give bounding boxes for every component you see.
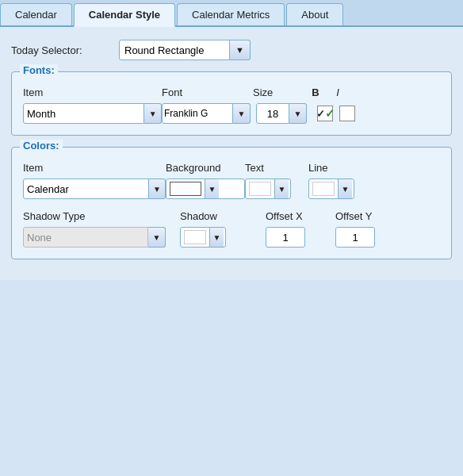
background-color-arrow[interactable]: ▼ — [205, 179, 219, 198]
fonts-font-select[interactable]: Franklin G Arial Times New Roman Calibri — [162, 103, 233, 124]
colors-item-arrow[interactable]: ▼ — [149, 178, 166, 199]
fonts-control-row: Month Day Year Header Event ▼ Franklin G… — [23, 103, 440, 124]
fonts-italic-cell — [336, 106, 358, 121]
fonts-col-size-header: Size — [253, 86, 304, 98]
dropdown-arrow-icon: ▼ — [278, 185, 286, 194]
fonts-col-item-header: Item — [23, 86, 162, 98]
fonts-legend: Fonts: — [20, 64, 58, 76]
shadow-color-arrow[interactable]: ▼ — [209, 228, 224, 247]
shadow-type-select[interactable]: None Drop Shadow Inner Shadow — [23, 227, 148, 248]
dropdown-arrow-icon: ▼ — [342, 185, 350, 194]
shadow-col-label: Shadow — [180, 210, 251, 222]
colors-legend: Colors: — [20, 140, 63, 152]
offset-y-col-label: Offset Y — [335, 210, 391, 222]
text-color-picker: ▼ — [245, 178, 308, 199]
dropdown-arrow-icon: ▼ — [235, 45, 244, 55]
fonts-font-dropdown: Franklin G Arial Times New Roman Calibri… — [162, 103, 253, 124]
colors-col-bg-header: Background — [166, 162, 245, 174]
fonts-bold-cell: ✓ — [314, 106, 336, 121]
shadow-type-arrow[interactable]: ▼ — [148, 227, 166, 248]
dropdown-arrow-icon: ▼ — [153, 185, 161, 194]
offset-y-control — [335, 227, 391, 248]
colors-section: Colors: Item Background Text Line Calend… — [11, 147, 452, 259]
offset-x-col-label: Offset X — [266, 210, 321, 222]
fonts-item-select[interactable]: Month Day Year Header Event — [23, 103, 144, 124]
dropdown-arrow-icon: ▼ — [238, 109, 246, 118]
tab-calendar-style[interactable]: Calendar Style — [74, 3, 175, 27]
dropdown-arrow-icon: ▼ — [209, 185, 216, 194]
fonts-col-font-header: Font — [162, 86, 253, 98]
background-color-picker: ▼ — [166, 178, 245, 199]
line-color-arrow[interactable]: ▼ — [338, 179, 352, 198]
line-color-picker: ▼ — [308, 178, 372, 199]
shadow-type-dropdown: None Drop Shadow Inner Shadow ▼ — [23, 227, 166, 248]
bold-checkbox[interactable]: ✓ — [317, 106, 333, 121]
tab-calendar[interactable]: Calendar — [0, 3, 72, 25]
dropdown-arrow-icon: ▼ — [294, 109, 302, 118]
today-selector-select[interactable]: Round Rectangle Rectangle Ellipse Diamon… — [119, 40, 230, 60]
fonts-section: Fonts: Item Font Size B I Month Day Year… — [11, 71, 452, 136]
fonts-font-arrow[interactable]: ▼ — [233, 103, 251, 124]
bold-checkmark-icon: ✓ — [316, 108, 325, 120]
text-color-btn[interactable]: ▼ — [245, 178, 291, 199]
tab-calendar-metrics[interactable]: Calendar Metrics — [177, 3, 285, 25]
line-color-swatch — [312, 182, 335, 196]
line-color-btn[interactable]: ▼ — [308, 178, 354, 199]
shadow-type-col-label: Shadow Type — [23, 210, 166, 222]
shadow-labels-row: Shadow Type Shadow Offset X Offset Y — [23, 210, 440, 222]
shadow-color-swatch — [184, 230, 206, 244]
dropdown-arrow-icon: ▼ — [213, 233, 221, 242]
text-color-swatch — [249, 182, 271, 196]
shadow-color-picker: ▼ — [180, 227, 251, 248]
dropdown-arrow-icon: ▼ — [149, 109, 157, 118]
colors-control-row: Calendar Header Event Weekend ▼ ▼ — [23, 178, 440, 199]
offset-x-control — [266, 227, 321, 248]
fonts-col-italic-header: I — [327, 86, 349, 98]
fonts-size-arrow[interactable]: ▼ — [289, 103, 307, 124]
tab-bar: Calendar Calendar Style Calendar Metrics… — [0, 0, 463, 27]
shadow-controls-row: None Drop Shadow Inner Shadow ▼ ▼ — [23, 227, 440, 248]
background-color-swatch — [170, 182, 201, 196]
colors-header-row: Item Background Text Line — [23, 162, 440, 174]
tab-about[interactable]: About — [286, 3, 343, 25]
today-selector-row: Today Selector: Round Rectangle Rectangl… — [11, 40, 452, 60]
offset-y-input[interactable] — [335, 227, 375, 248]
fonts-col-bold-header: B — [304, 86, 327, 98]
italic-checkbox[interactable] — [339, 106, 355, 121]
shadow-color-btn[interactable]: ▼ — [180, 227, 226, 248]
colors-col-text-header: Text — [245, 162, 308, 174]
offset-x-input[interactable] — [266, 227, 305, 248]
colors-col-item-header: Item — [23, 162, 166, 174]
background-color-btn[interactable]: ▼ — [166, 178, 245, 199]
fonts-size-dropdown: 10 12 14 16 18 20 24 ▼ — [256, 103, 308, 124]
today-selector-arrow[interactable]: ▼ — [230, 40, 251, 60]
fonts-header-row: Item Font Size B I — [23, 86, 440, 98]
today-selector-label: Today Selector: — [11, 44, 106, 56]
colors-item-dropdown: Calendar Header Event Weekend ▼ — [23, 178, 166, 199]
fonts-item-dropdown: Month Day Year Header Event ▼ — [23, 103, 162, 124]
main-content: Today Selector: Round Rectangle Rectangl… — [0, 27, 463, 280]
dropdown-arrow-icon: ▼ — [153, 233, 161, 242]
fonts-size-select[interactable]: 10 12 14 16 18 20 24 — [256, 103, 289, 124]
colors-item-select[interactable]: Calendar Header Event Weekend — [23, 178, 149, 199]
fonts-item-arrow[interactable]: ▼ — [144, 103, 162, 124]
today-selector-control: Round Rectangle Rectangle Ellipse Diamon… — [119, 40, 251, 60]
colors-col-line-header: Line — [308, 162, 372, 174]
text-color-arrow[interactable]: ▼ — [274, 179, 289, 198]
